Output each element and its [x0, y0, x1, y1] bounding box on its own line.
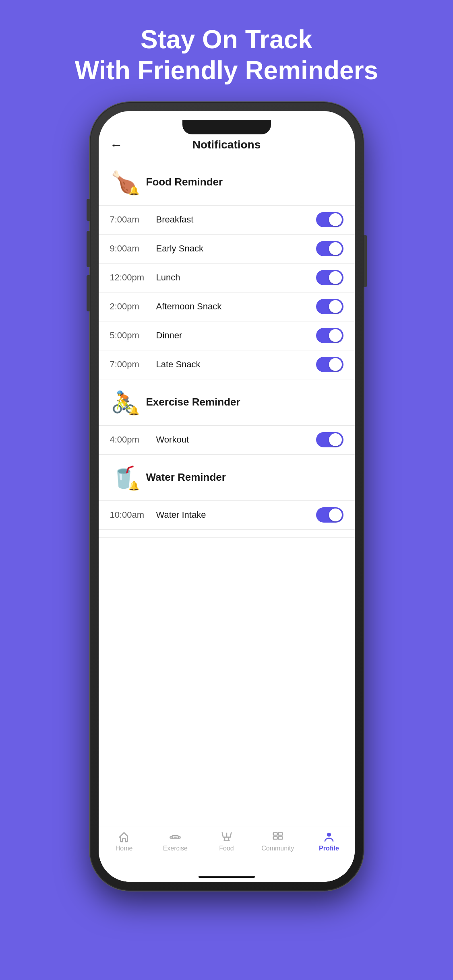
- lunch-label: Lunch: [156, 272, 316, 283]
- nav-title: Notifications: [123, 138, 331, 151]
- svg-rect-11: [273, 836, 277, 839]
- page-header: Stay On Track With Friendly Reminders: [43, 0, 410, 102]
- late-snack-toggle[interactable]: [316, 357, 343, 372]
- tab-home-label: Home: [116, 845, 133, 852]
- scroll-area[interactable]: 🍗🔔 Food Reminder 7:00am Breakfast 9:00am…: [99, 159, 355, 826]
- water-intake-label: Water Intake: [156, 510, 316, 520]
- tab-community-label: Community: [261, 845, 294, 852]
- early-snack-time: 9:00am: [110, 243, 156, 254]
- bottom-spacer: [99, 530, 355, 538]
- hero-line2: With Friendly Reminders: [75, 55, 378, 86]
- breakfast-label: Breakfast: [156, 214, 316, 225]
- svg-rect-12: [278, 836, 282, 839]
- volume-down-button: [87, 275, 90, 311]
- volume-up-button: [87, 231, 90, 267]
- community-icon: [272, 831, 284, 843]
- tab-profile-label: Profile: [319, 845, 339, 852]
- late-snack-row: 7:00pm Late Snack: [99, 350, 355, 379]
- exercise-reminder-title: Exercise Reminder: [146, 396, 240, 408]
- svg-rect-10: [278, 832, 282, 835]
- workout-time: 4:00pm: [110, 434, 156, 445]
- power-button: [364, 235, 367, 287]
- food-icon: [221, 831, 233, 843]
- late-snack-label: Late Snack: [156, 359, 316, 370]
- back-button[interactable]: ←: [110, 138, 123, 152]
- breakfast-row: 7:00am Breakfast: [99, 206, 355, 235]
- early-snack-row: 9:00am Early Snack: [99, 235, 355, 264]
- dinner-label: Dinner: [156, 330, 316, 341]
- profile-icon: [323, 831, 335, 843]
- home-bar-line: [199, 876, 255, 878]
- food-reminder-icon: 🍗🔔: [110, 168, 138, 196]
- breakfast-toggle[interactable]: [316, 212, 343, 227]
- afternoon-snack-row: 2:00pm Afternoon Snack: [99, 292, 355, 321]
- exercise-reminder-icon: 🚴🔔: [110, 388, 138, 416]
- lunch-time: 12:00pm: [110, 272, 156, 283]
- water-intake-row: 10:00am Water Intake: [99, 501, 355, 530]
- workout-toggle[interactable]: [316, 432, 343, 447]
- water-reminder-title: Water Reminder: [146, 471, 226, 484]
- tab-bar: Home Exercise: [99, 826, 355, 872]
- dinner-time: 5:00pm: [110, 330, 156, 341]
- tab-profile[interactable]: Profile: [303, 831, 354, 852]
- app-content: ← Notifications 🍗🔔 Food Reminder 7:00am …: [99, 133, 355, 882]
- tab-exercise[interactable]: Exercise: [150, 831, 201, 852]
- tab-community[interactable]: Community: [252, 831, 303, 852]
- nav-bar: ← Notifications: [99, 133, 355, 159]
- hero-line1: Stay On Track: [75, 24, 378, 55]
- tab-exercise-label: Exercise: [163, 845, 188, 852]
- early-snack-toggle[interactable]: [316, 241, 343, 256]
- exercise-reminder-header: 🚴🔔 Exercise Reminder: [99, 379, 355, 426]
- dinner-row: 5:00pm Dinner: [99, 321, 355, 350]
- water-reminder-header: 🥤🔔 Water Reminder: [99, 455, 355, 501]
- home-icon: [118, 831, 130, 843]
- notch: [182, 120, 271, 134]
- tab-home[interactable]: Home: [99, 831, 150, 852]
- food-reminder-title: Food Reminder: [146, 176, 223, 188]
- water-intake-toggle[interactable]: [316, 507, 343, 523]
- mute-button: [87, 199, 90, 221]
- afternoon-snack-time: 2:00pm: [110, 301, 156, 312]
- lunch-row: 12:00pm Lunch: [99, 264, 355, 292]
- water-intake-time: 10:00am: [110, 510, 156, 520]
- phone-screen: ← Notifications 🍗🔔 Food Reminder 7:00am …: [99, 111, 355, 882]
- workout-label: Workout: [156, 434, 316, 445]
- exercise-icon: [169, 831, 181, 843]
- tab-food-label: Food: [219, 845, 234, 852]
- dinner-toggle[interactable]: [316, 328, 343, 343]
- afternoon-snack-toggle[interactable]: [316, 299, 343, 314]
- breakfast-time: 7:00am: [110, 214, 156, 225]
- svg-rect-9: [273, 832, 277, 835]
- phone-wrapper: ← Notifications 🍗🔔 Food Reminder 7:00am …: [90, 102, 364, 891]
- lunch-toggle[interactable]: [316, 270, 343, 285]
- early-snack-label: Early Snack: [156, 243, 316, 254]
- water-reminder-icon: 🥤🔔: [110, 463, 138, 492]
- late-snack-time: 7:00pm: [110, 359, 156, 370]
- tab-food[interactable]: Food: [201, 831, 252, 852]
- afternoon-snack-label: Afternoon Snack: [156, 301, 316, 312]
- svg-point-13: [327, 832, 331, 836]
- food-reminder-header: 🍗🔔 Food Reminder: [99, 159, 355, 206]
- workout-row: 4:00pm Workout: [99, 426, 355, 455]
- home-bar: [99, 872, 355, 882]
